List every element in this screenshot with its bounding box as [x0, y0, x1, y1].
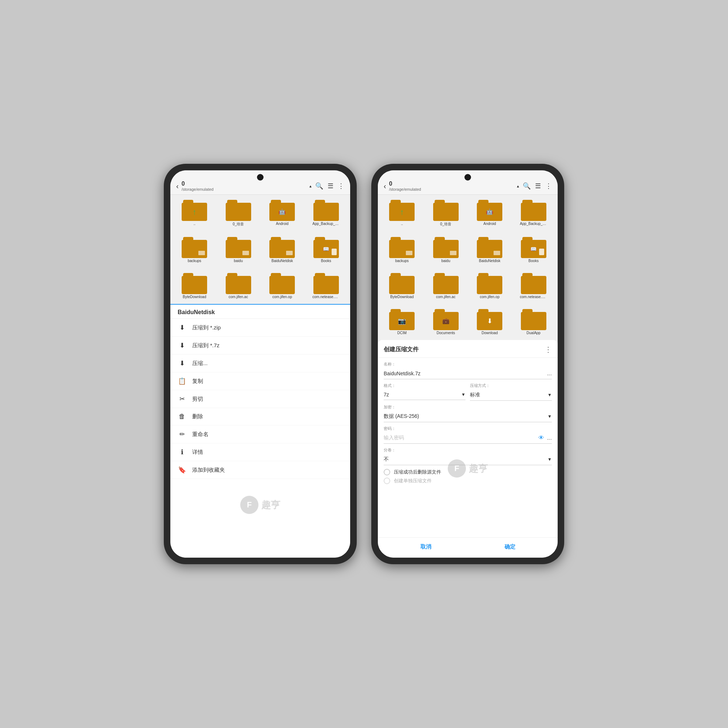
menu-item-rename[interactable]: ✏ 重命名 — [170, 425, 350, 444]
folder-comnetease-left[interactable]: com.netease.cloudmu — [305, 271, 348, 301]
folder-label-0peiyin-left: 0_培音 — [232, 222, 244, 227]
format-value: 7z — [384, 392, 389, 398]
name-label: 名称： — [384, 361, 552, 367]
folder-label-baidunetdisk-left: BaiduNetdisk — [272, 259, 293, 263]
folder-comjifenop-left[interactable]: com.jifen.op — [261, 271, 304, 301]
volume-select[interactable]: 不 ▼ — [384, 454, 552, 465]
checkbox-delete-source-input[interactable] — [384, 469, 390, 476]
password-dots[interactable]: ... — [547, 434, 552, 441]
folder-label-android-left: Android — [276, 222, 288, 226]
folder-appbackup-right[interactable]: App_Backup_Restor — [512, 198, 555, 229]
compression-select[interactable]: 标准 ▼ — [470, 390, 552, 401]
back-button-left[interactable]: ‹ — [176, 182, 179, 190]
encrypt-label: 加密： — [384, 404, 552, 410]
confirm-button[interactable]: 确定 — [497, 541, 523, 552]
cancel-button[interactable]: 取消 — [413, 541, 439, 552]
back-button-right[interactable]: ‹ — [384, 182, 386, 190]
folder-appbackup-left[interactable]: App_Backup_Restor — [305, 198, 348, 229]
file-count-right: 0 — [389, 180, 513, 187]
folder-android-left[interactable]: Android — [261, 198, 304, 229]
dialog-body: 名称： BaiduNetdisk.7z ... 格式： 7z ▼ — [378, 358, 558, 537]
folder-label-comnetease-right: com.netease.cloudmu ic — [520, 295, 547, 299]
folder-download-right[interactable]: Download — [468, 307, 511, 337]
menu-item-details[interactable]: ℹ 详情 — [170, 444, 350, 461]
delete-icon: 🗑 — [177, 413, 187, 421]
cut-icon: ✂ — [177, 395, 187, 403]
name-dots[interactable]: ... — [547, 370, 552, 377]
menu-label-bookmark: 添加到收藏夹 — [192, 466, 225, 474]
folder-dualapp-right[interactable]: DualApp — [512, 307, 555, 337]
menu-item-cut[interactable]: ✂ 剪切 — [170, 390, 350, 408]
more-icon-right[interactable]: ⋮ — [545, 182, 552, 190]
encrypt-dropdown-icon: ▼ — [548, 414, 552, 419]
menu-item-7z[interactable]: ⬇ 压缩到 *.7z — [170, 337, 350, 355]
folder-bytedownload-left[interactable]: ByteDownload — [173, 271, 216, 301]
folder-comjifenop-right[interactable]: com.jifen.op — [468, 271, 511, 301]
folder-baidu-right[interactable]: baidu — [425, 235, 467, 265]
menu-item-zip[interactable]: ⬇ 压缩到 *.zip — [170, 319, 350, 337]
folder-documents-right[interactable]: Documents — [425, 307, 467, 337]
format-field: 格式： 7z ▼ — [384, 383, 466, 401]
folder-up-left[interactable]: ↑ .. — [173, 198, 216, 229]
folder-baidunetdisk-left[interactable]: BaiduNetdisk — [261, 235, 304, 265]
folder-bytedownload-right[interactable]: ByteDownload — [381, 271, 423, 301]
folder-comnetease-right[interactable]: com.netease.cloudmu ic — [512, 271, 555, 301]
more-icon-left[interactable]: ⋮ — [338, 182, 344, 190]
folder-label-baidunetdisk-right: BaiduNetdisk — [479, 259, 500, 263]
info-icon: ℹ — [177, 448, 187, 456]
list-icon-right[interactable]: ☰ — [535, 182, 541, 190]
list-icon-left[interactable]: ☰ — [327, 182, 333, 190]
password-placeholder[interactable]: 输入密码 — [384, 434, 538, 441]
folder-comjifenac-left[interactable]: com.jifen.ac — [217, 271, 260, 301]
path-text-right: /storage/emulated — [389, 187, 513, 191]
menu-label-cut: 剪切 — [192, 396, 203, 402]
folder-label-documents-right: Documents — [436, 331, 455, 335]
file-grid-left-row1: ↑ .. 0_培音 Android — [170, 195, 350, 232]
compression-dropdown-icon: ▼ — [548, 392, 552, 398]
eye-icon[interactable]: 👁 — [538, 434, 544, 441]
menu-label-details: 详情 — [192, 449, 203, 456]
folder-android-right[interactable]: Android — [468, 198, 511, 229]
path-arrow-right: ▲ — [516, 184, 520, 188]
folder-dcim-right[interactable]: DCIM — [381, 307, 423, 337]
folder-label-comjifenop-right: com.jifen.op — [480, 295, 499, 299]
rename-icon: ✏ — [177, 430, 187, 438]
folder-books-right[interactable]: Books — [512, 235, 555, 265]
create-archive-dialog: 创建压缩文件 ⋮ 名称： BaiduNetdisk.7z ... 格式： — [378, 340, 558, 558]
folder-label-download-right: Download — [482, 331, 498, 335]
format-dropdown-icon: ▼ — [461, 392, 466, 397]
folder-up-right[interactable]: ↑ .. — [381, 198, 423, 229]
dialog-more-button[interactable]: ⋮ — [544, 345, 552, 354]
folder-label-up-left: .. — [193, 222, 196, 226]
menu-item-compress[interactable]: ⬇ 压缩... — [170, 355, 350, 372]
checkbox-single-archive-input[interactable] — [384, 477, 390, 484]
menu-item-copy[interactable]: 📋 复制 — [170, 372, 350, 390]
path-area-left: 0 /storage/emulated — [182, 180, 306, 191]
folder-comjifenac-right[interactable]: com.jifen.ac — [425, 271, 467, 301]
encrypt-select[interactable]: 数据 (AES-256) ▼ — [384, 411, 552, 422]
menu-item-delete[interactable]: 🗑 删除 — [170, 408, 350, 425]
folder-label-0peiyin-right: 0_培音 — [440, 222, 451, 227]
checkbox-single-archive-label: 创建单独压缩文件 — [394, 477, 432, 484]
folder-label-dualapp-right: DualApp — [527, 331, 541, 335]
password-field: 密码： 输入密码 👁 ... — [384, 426, 552, 444]
folder-baidu-left[interactable]: baidu — [217, 235, 260, 265]
menu-label-copy: 复制 — [192, 378, 203, 385]
folder-label-baidu-left: baidu — [234, 259, 243, 263]
menu-label-7z: 压缩到 *.7z — [192, 342, 219, 349]
format-select[interactable]: 7z ▼ — [384, 390, 466, 400]
folder-label-comjifenop-left: com.jifen.op — [272, 295, 292, 299]
search-icon-left[interactable]: 🔍 — [315, 182, 323, 190]
zip-icon: ⬇ — [177, 324, 187, 332]
folder-backups-right[interactable]: backups — [381, 235, 423, 265]
search-icon-right[interactable]: 🔍 — [523, 182, 531, 190]
folder-books-left[interactable]: Books — [305, 235, 348, 265]
checkbox-delete-source: 压缩成功后删除源文件 — [384, 469, 552, 476]
folder-0peiyin-right[interactable]: 0_培音 — [425, 198, 467, 229]
name-input[interactable]: BaiduNetdisk.7z ... — [384, 368, 552, 379]
folder-backups-left[interactable]: backups — [173, 235, 216, 265]
menu-item-bookmark[interactable]: 🔖 添加到收藏夹 — [170, 461, 350, 479]
folder-baidunetdisk-right[interactable]: BaiduNetdisk — [468, 235, 511, 265]
folder-0peiyin-left[interactable]: 0_培音 — [217, 198, 260, 229]
name-field: 名称： BaiduNetdisk.7z ... — [384, 361, 552, 379]
